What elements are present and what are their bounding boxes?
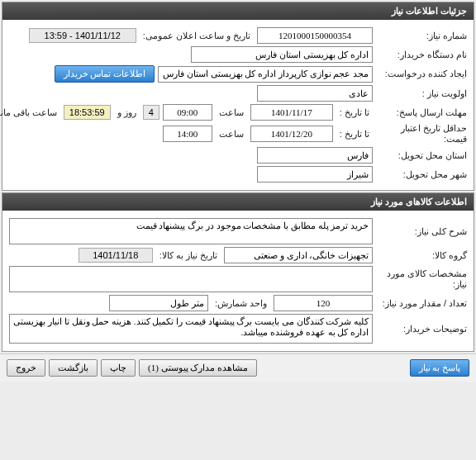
label-city: شهر محل تحویل:: [376, 169, 467, 180]
buyer-org-field[interactable]: [191, 46, 373, 63]
goods-group-field[interactable]: [224, 247, 373, 263]
label-need-no: شماره نیاز:: [376, 31, 467, 41]
label-price-valid: حداقل تاریخ اعتبار قیمت:: [376, 123, 467, 145]
time-left-box: 18:53:59: [64, 105, 111, 120]
need-info-panel: جزئیات اطلاعات نیاز شماره نیاز: تاریخ و …: [2, 2, 474, 191]
priority-field[interactable]: [257, 85, 373, 102]
goods-info-header: اطلاعات کالاهای مورد نیاز: [2, 193, 474, 211]
label-days-and: روز و: [114, 107, 140, 118]
label-need-date: تاریخ نیاز به کالا:: [156, 250, 221, 261]
label-to-date-2: تا تاریخ :: [336, 129, 373, 140]
contact-buyer-button[interactable]: اطلاعات تماس خریدار: [55, 65, 155, 83]
price-valid-date-field[interactable]: [250, 126, 333, 142]
province-field[interactable]: [257, 147, 373, 164]
label-reply-deadline: مهلت ارسال پاسخ:: [376, 107, 467, 118]
label-unit: واحد شمارش:: [212, 298, 270, 309]
announce-dt-box: 1401/11/12 - 13:59: [29, 28, 136, 43]
reply-date-field[interactable]: [250, 104, 333, 121]
label-hour-2: ساعت: [216, 129, 247, 140]
label-province: استان محل تحویل:: [376, 150, 467, 161]
label-priority: اولویت نیاز :: [376, 88, 467, 99]
print-button[interactable]: چاپ: [101, 359, 136, 377]
attachments-button[interactable]: مشاهده مدارک پیوستی (1): [139, 359, 257, 377]
price-valid-time-field[interactable]: [163, 126, 212, 142]
label-to-date-1: تا تاریخ :: [336, 107, 373, 118]
label-goods-spec: مشخصات کالای مورد نیاز:: [376, 268, 467, 290]
label-buyer-notes: توضیحات خریدار:: [376, 324, 467, 334]
label-need-desc: شرح کلی نیاز:: [376, 226, 467, 237]
label-hours-left: ساعت باقی مانده: [0, 107, 60, 118]
label-hour-1: ساعت: [216, 107, 247, 118]
need-desc-field[interactable]: [9, 218, 373, 244]
days-left-box: 4: [143, 105, 159, 120]
label-buyer-org: نام دستگاه خریدار:: [376, 50, 467, 60]
qty-field[interactable]: [274, 295, 373, 311]
need-info-header: جزئیات اطلاعات نیاز: [2, 2, 474, 20]
reply-time-field[interactable]: [163, 104, 212, 121]
goods-spec-field[interactable]: [9, 266, 373, 292]
label-requester: ایجاد کننده درخواست:: [376, 69, 467, 79]
need-no-field[interactable]: [257, 27, 373, 44]
city-field[interactable]: [257, 166, 373, 183]
label-announce-dt: تاریخ و ساعت اعلان عمومی:: [140, 31, 254, 41]
label-goods-group: گروه کالا:: [376, 250, 467, 261]
unit-field[interactable]: [109, 295, 208, 311]
need-date-box: 1401/11/18: [79, 248, 153, 263]
requester-field[interactable]: [158, 66, 373, 83]
back-button[interactable]: بازگشت: [49, 359, 98, 377]
buyer-notes-field[interactable]: [9, 314, 373, 344]
footer-toolbar: خروج بازگشت چاپ مشاهده مدارک پیوستی (1) …: [0, 353, 476, 382]
exit-button[interactable]: خروج: [7, 359, 45, 377]
respond-button[interactable]: پاسخ به نیاز: [410, 359, 470, 377]
goods-info-panel: اطلاعات کالاهای مورد نیاز شرح کلی نیاز: …: [2, 192, 474, 352]
label-qty: تعداد / مقدار مورد نیاز:: [376, 298, 467, 309]
